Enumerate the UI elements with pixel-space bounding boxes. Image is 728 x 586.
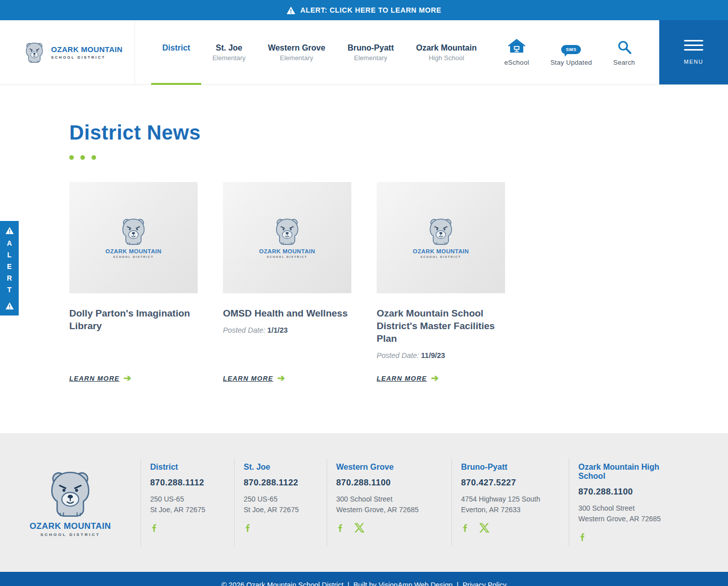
district-logo[interactable]: OZARK MOUNTAIN SCHOOL DISTRICT: [0, 20, 135, 84]
bear-logo-icon: [23, 41, 46, 64]
district-logo-placeholder: OZARK MOUNTAIN SCHOOL DISTRICT: [106, 217, 162, 258]
footer-column-district: District 870.288.1112 250 US-65 St Joe, …: [141, 459, 234, 547]
news-card-image[interactable]: OZARK MOUNTAIN SCHOOL DISTRICT: [223, 182, 351, 293]
search-button[interactable]: Search: [613, 39, 635, 66]
alert-banner[interactable]: ALERT: CLICK HERE TO LEARN MORE: [0, 0, 728, 20]
posted-date: Posted Date:1/1/23: [223, 326, 351, 334]
footer-column-western-grove: Western Grove 870.288.1100 300 School St…: [327, 459, 451, 547]
news-card-image[interactable]: OZARK MOUNTAIN SCHOOL DISTRICT: [377, 182, 505, 293]
page-title: District News: [69, 121, 728, 144]
site-header: OZARK MOUNTAIN SCHOOL DISTRICT District …: [0, 20, 728, 85]
stay-updated-button[interactable]: SMS Stay Updated: [551, 39, 592, 66]
facebook-icon[interactable]: [150, 522, 158, 533]
nav-item-st-joe[interactable]: St. Joe Elementary: [201, 20, 257, 84]
brand-subtitle: SCHOOL DISTRICT: [51, 55, 122, 60]
news-card-title[interactable]: Ozark Mountain School District's Master …: [377, 307, 505, 345]
news-card-title[interactable]: OMSD Health and Wellness: [223, 307, 351, 320]
built-by-text[interactable]: Built by VisionAmp Web Design: [353, 581, 452, 586]
eschool-button[interactable]: eSchool: [505, 39, 529, 66]
site-footer: OZARK MOUNTAIN SCHOOL DISTRICT District …: [0, 433, 728, 572]
warning-icon: [6, 302, 14, 309]
footer-column-ozark-mountain-hs: Ozark Mountain High School 870.288.1100 …: [569, 459, 695, 547]
posted-date: Posted Date:11/9/23: [377, 351, 505, 359]
warning-icon: [287, 7, 295, 14]
facebook-icon[interactable]: [461, 522, 469, 533]
phone-number[interactable]: 870.427.5227: [461, 478, 562, 488]
phone-number[interactable]: 870.288.1112: [150, 478, 227, 488]
nav-item-district[interactable]: District: [151, 20, 201, 84]
facebook-icon[interactable]: [578, 531, 586, 543]
footer-columns: District 870.288.1112 250 US-65 St Joe, …: [141, 459, 713, 547]
facebook-icon[interactable]: [336, 522, 344, 533]
x-twitter-icon[interactable]: [479, 522, 489, 533]
news-card: OZARK MOUNTAIN SCHOOL DISTRICT Ozark Mou…: [377, 182, 505, 384]
footer-column-bruno-pyatt: Bruno-Pyatt 870.427.5227 4754 Highway 12…: [451, 459, 569, 547]
x-twitter-icon[interactable]: [354, 522, 365, 533]
district-logo-placeholder: OZARK MOUNTAIN SCHOOL DISTRICT: [259, 217, 315, 258]
facebook-icon[interactable]: [244, 522, 252, 533]
news-card-title[interactable]: Dolly Parton's Imagination Library: [69, 307, 198, 332]
news-card: OZARK MOUNTAIN SCHOOL DISTRICT Dolly Par…: [69, 182, 198, 384]
hamburger-icon: [684, 40, 703, 41]
news-card-image[interactable]: OZARK MOUNTAIN SCHOOL DISTRICT: [69, 182, 198, 293]
phone-number[interactable]: 870.288.1100: [336, 478, 444, 488]
menu-button[interactable]: MENU: [659, 20, 728, 84]
arrow-right-icon: ➔: [431, 373, 439, 384]
arrow-right-icon: ➔: [277, 373, 285, 384]
district-logo-placeholder: OZARK MOUNTAIN SCHOOL DISTRICT: [413, 217, 469, 258]
learn-more-link[interactable]: LEARN MORE ➔: [377, 359, 439, 384]
warning-icon: [6, 227, 14, 234]
footer-logo[interactable]: OZARK MOUNTAIN SCHOOL DISTRICT: [0, 469, 141, 537]
side-alert-tab[interactable]: ALERT: [0, 221, 19, 315]
side-alert-label: ALERT: [6, 239, 13, 297]
main-content: District News OZARK MOUNTAIN SCHOOL DIST…: [0, 85, 728, 384]
title-dots-divider: [69, 155, 728, 160]
news-card: OZARK MOUNTAIN SCHOOL DISTRICT OMSD Heal…: [223, 182, 351, 384]
bear-logo-icon: [118, 217, 149, 246]
footer-column-st-joe: St. Joe 870.288.1122 250 US-65 St Joe, A…: [234, 459, 327, 547]
news-card-list: OZARK MOUNTAIN SCHOOL DISTRICT Dolly Par…: [69, 182, 728, 384]
copyright-text: © 2026 Ozark Mountain School District: [221, 581, 343, 586]
nav-item-western-grove[interactable]: Western Grove Elementary: [257, 20, 337, 84]
bear-logo-icon: [425, 217, 457, 246]
header-utilities: eSchool SMS Stay Updated Search: [490, 20, 659, 84]
arrow-right-icon: ➔: [123, 373, 131, 384]
phone-number[interactable]: 870.288.1122: [244, 478, 320, 488]
eschool-icon: [508, 39, 525, 54]
alert-banner-text: ALERT: CLICK HERE TO LEARN MORE: [300, 6, 441, 14]
sms-icon: SMS: [561, 45, 581, 54]
copyright-bar: © 2026 Ozark Mountain School District | …: [0, 572, 728, 586]
brand-name: OZARK MOUNTAIN: [51, 45, 122, 54]
main-nav: District St. Joe Elementary Western Grov…: [135, 20, 490, 84]
nav-item-ozark-mountain-hs[interactable]: Ozark Mountain High School: [405, 20, 488, 84]
learn-more-link[interactable]: LEARN MORE ➔: [69, 359, 132, 384]
learn-more-link[interactable]: LEARN MORE ➔: [223, 359, 286, 384]
bear-logo-icon: [42, 469, 98, 519]
phone-number[interactable]: 870.288.1100: [578, 487, 688, 497]
privacy-policy-link[interactable]: Privacy Policy: [463, 581, 507, 586]
nav-item-bruno-pyatt[interactable]: Bruno-Pyatt Elementary: [336, 20, 405, 84]
bear-logo-icon: [271, 217, 303, 246]
search-icon: [617, 40, 631, 54]
